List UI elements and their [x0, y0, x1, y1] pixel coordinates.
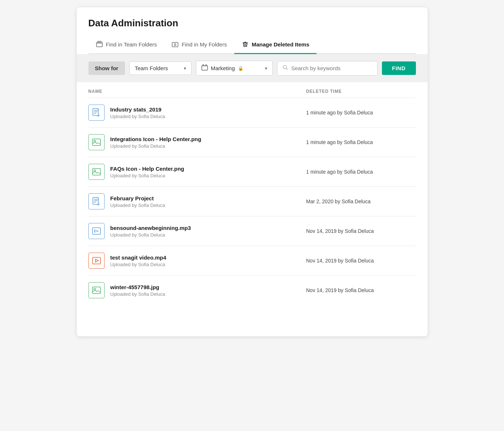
file-list: Industry stats_2019 Uploaded by Sofia De… [88, 98, 416, 305]
svg-point-6 [202, 65, 204, 66]
file-info: Industry stats_2019 Uploaded by Sofia De… [88, 105, 306, 121]
file-type-icon [88, 193, 105, 209]
file-deleted-time: 1 minute ago by Sofia Deluca [306, 110, 416, 116]
file-meta: February Project Uploaded by Sofia Deluc… [110, 195, 165, 208]
file-uploader: Uploaded by Sofia Deluca [110, 291, 165, 297]
file-name: Integrations Icon - Help Center.png [110, 136, 201, 142]
svg-marker-10 [97, 108, 99, 110]
folder-icon [201, 64, 208, 72]
search-box [277, 61, 378, 76]
tab-team-folders-label: Find in Team Folders [106, 41, 157, 48]
file-uploader: Uploaded by Sofia Deluca [110, 143, 201, 149]
file-meta: Integrations Icon - Help Center.png Uplo… [110, 136, 201, 149]
col-deleted-header: DELETED TIME [306, 89, 416, 94]
file-type-icon [88, 134, 105, 150]
svg-rect-17 [92, 228, 101, 234]
tab-my-folders-label: Find in My Folders [182, 41, 227, 48]
file-name: winter-4557798.jpg [110, 284, 165, 290]
file-uploader: Uploaded by Sofia Deluca [110, 114, 165, 119]
file-uploader: Uploaded by Sofia Deluca [110, 262, 166, 267]
file-deleted-time: Nov 14, 2019 by Sofia Deluca [306, 228, 416, 234]
svg-rect-5 [202, 66, 208, 70]
find-button[interactable]: FIND [382, 61, 416, 75]
file-name: bensound-anewbeginning.mp3 [110, 225, 191, 231]
file-uploader: Uploaded by Sofia Deluca [110, 232, 191, 238]
tab-team-folders[interactable]: Find in Team Folders [88, 37, 164, 54]
svg-point-4 [174, 44, 176, 46]
svg-point-14 [94, 170, 95, 172]
file-info: February Project Uploaded by Sofia Deluc… [88, 193, 306, 209]
file-deleted-time: 1 minute ago by Sofia Deluca [306, 139, 416, 145]
svg-marker-19 [95, 259, 98, 262]
folder-name-dropdown[interactable]: Marketing 🔒 ▾ [196, 61, 273, 76]
file-deleted-time: Mar 2, 2020 by Sofia Deluca [306, 199, 416, 204]
file-type-icon [88, 164, 105, 180]
table-row: Industry stats_2019 Uploaded by Sofia De… [88, 98, 416, 127]
svg-rect-11 [92, 139, 101, 145]
tab-deleted-items-label: Manage Deleted Items [252, 41, 310, 48]
tabs: Find in Team Folders Find in My Folders [88, 37, 416, 54]
svg-point-1 [98, 41, 99, 43]
col-name-header: NAME [88, 89, 306, 94]
page-title: Data Administration [88, 18, 416, 29]
lock-icon: 🔒 [238, 66, 243, 71]
content: NAME DELETED TIME Industry stats_2019 Up… [77, 82, 428, 305]
file-deleted-time: 1 minute ago by Sofia Deluca [306, 169, 416, 175]
file-deleted-time: Nov 14, 2019 by Sofia Deluca [306, 287, 416, 293]
svg-rect-18 [92, 257, 101, 264]
header: Data Administration Find in Team Folders [77, 7, 428, 54]
svg-point-21 [94, 288, 95, 290]
show-for-label: Show for [88, 61, 125, 75]
file-type-icon [88, 282, 105, 298]
file-name: Industry stats_2019 [110, 106, 165, 113]
file-info: bensound-anewbeginning.mp3 Uploaded by S… [88, 223, 306, 239]
file-info: winter-4557798.jpg Uploaded by Sofia Del… [88, 282, 306, 298]
trash-icon [242, 41, 249, 48]
file-meta: Industry stats_2019 Uploaded by Sofia De… [110, 106, 165, 119]
table-row: FAQs Icon - Help Center.png Uploaded by … [88, 157, 416, 186]
chevron-down-icon: ▾ [184, 66, 186, 71]
folder-type-dropdown[interactable]: Team Folders ▾ [129, 61, 192, 75]
file-uploader: Uploaded by Sofia Deluca [110, 203, 165, 208]
folder-type-value: Team Folders [135, 65, 168, 71]
svg-point-2 [100, 41, 101, 43]
my-folder-icon [171, 41, 179, 48]
file-name: FAQs Icon - Help Center.png [110, 166, 185, 172]
svg-rect-13 [92, 169, 101, 175]
file-info: test snagit video.mp4 Uploaded by Sofia … [88, 253, 306, 269]
file-uploader: Uploaded by Sofia Deluca [110, 173, 185, 178]
folder-name-value: Marketing [211, 65, 235, 71]
chevron-down-icon-2: ▾ [265, 66, 267, 71]
file-type-icon [88, 223, 105, 239]
file-info: FAQs Icon - Help Center.png Uploaded by … [88, 164, 306, 180]
table-row: Integrations Icon - Help Center.png Uplo… [88, 127, 416, 157]
file-type-icon [88, 253, 105, 269]
file-meta: FAQs Icon - Help Center.png Uploaded by … [110, 166, 185, 178]
main-container: Data Administration Find in Team Folders [77, 7, 428, 336]
file-meta: winter-4557798.jpg Uploaded by Sofia Del… [110, 284, 165, 297]
svg-point-12 [94, 140, 95, 142]
table-row: test snagit video.mp4 Uploaded by Sofia … [88, 246, 416, 275]
file-info: Integrations Icon - Help Center.png Uplo… [88, 134, 306, 150]
search-icon [283, 65, 288, 72]
table-row: winter-4557798.jpg Uploaded by Sofia Del… [88, 275, 416, 305]
toolbar: Show for Team Folders ▾ Marketing 🔒 ▾ [77, 54, 428, 82]
file-name: February Project [110, 195, 165, 201]
table-header: NAME DELETED TIME [88, 82, 416, 98]
file-meta: bensound-anewbeginning.mp3 Uploaded by S… [110, 225, 191, 238]
file-meta: test snagit video.mp4 Uploaded by Sofia … [110, 254, 166, 267]
svg-rect-3 [172, 42, 178, 47]
svg-rect-20 [92, 287, 101, 294]
svg-rect-0 [96, 42, 102, 47]
file-type-icon [88, 105, 105, 121]
file-deleted-time: Nov 14, 2019 by Sofia Deluca [306, 258, 416, 264]
team-folder-icon [96, 41, 103, 48]
table-row: bensound-anewbeginning.mp3 Uploaded by S… [88, 216, 416, 246]
file-name: test snagit video.mp4 [110, 254, 166, 261]
search-input[interactable] [291, 65, 372, 71]
table-row: February Project Uploaded by Sofia Deluc… [88, 186, 416, 216]
tab-my-folders[interactable]: Find in My Folders [164, 37, 234, 54]
svg-marker-16 [97, 197, 99, 199]
tab-deleted-items[interactable]: Manage Deleted Items [234, 37, 317, 54]
svg-point-7 [205, 65, 207, 66]
